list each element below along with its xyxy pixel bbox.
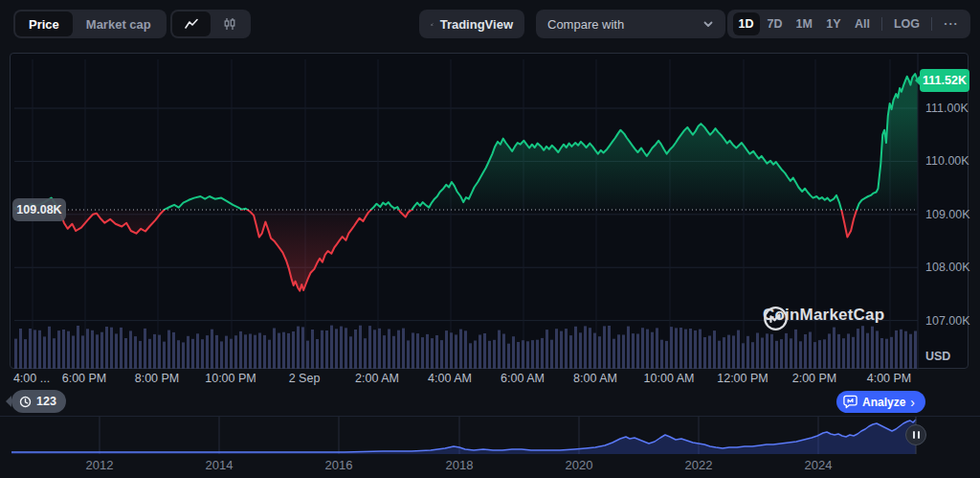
range-1d[interactable]: 1D xyxy=(733,12,760,35)
navigator-year-axis: 2012201420162018202020222024 xyxy=(0,458,980,473)
range-1m[interactable]: 1M xyxy=(791,12,818,35)
time-axis-tick: 4:00 ... xyxy=(13,372,50,385)
tradingview-button[interactable]: TradingView xyxy=(419,10,524,38)
price-axis-tick: 111.00K xyxy=(925,102,969,115)
time-axis-tick: 6:00 AM xyxy=(501,372,545,385)
time-axis-tick: 4:00 PM xyxy=(867,372,912,385)
more-options-button[interactable]: ··· xyxy=(938,12,965,35)
price-axis-tick: 110.00K xyxy=(925,154,969,168)
tradingview-label: TradingView xyxy=(440,17,513,32)
log-scale-toggle[interactable]: LOG xyxy=(888,12,925,35)
line-chart-type-button[interactable] xyxy=(172,11,211,36)
history-clock-icon xyxy=(19,396,32,408)
navigator-year-label: 2018 xyxy=(446,458,474,472)
range-selector-group: 1D 7D 1M 1Y All LOG ··· xyxy=(727,10,970,38)
time-axis: 4:00 ...6:00 PM8:00 PM10:00 PM2 Sep2:00 … xyxy=(10,372,969,389)
navigator-year-label: 2024 xyxy=(805,458,833,472)
navigator-year-label: 2022 xyxy=(685,458,713,472)
line-chart-icon xyxy=(185,18,198,30)
price-axis-tick: 109.00K xyxy=(925,208,969,221)
range-7d[interactable]: 7D xyxy=(762,12,789,35)
price-axis-currency: USD xyxy=(925,350,969,363)
history-events-badge[interactable]: 123 xyxy=(11,390,66,413)
time-axis-tick: 8:00 PM xyxy=(135,372,180,385)
navigator-year-label: 2014 xyxy=(206,458,234,472)
time-axis-tick: 4:00 AM xyxy=(428,372,472,385)
price-axis-tick: 108.00K xyxy=(925,261,969,274)
divider xyxy=(881,17,882,31)
analyze-chevron-icon: › xyxy=(910,396,915,409)
price-axis-tick: 107.00K xyxy=(925,314,969,328)
time-axis-tick: 2:00 PM xyxy=(792,372,837,385)
time-axis-tick: 2:00 AM xyxy=(355,372,399,385)
range-1y[interactable]: 1Y xyxy=(820,12,847,35)
navigator-year-label: 2020 xyxy=(566,458,593,472)
current-price-badge: 111.52K xyxy=(920,69,969,92)
coinmarketcap-watermark: CoinMarketCap xyxy=(763,306,884,325)
history-count: 123 xyxy=(36,395,56,408)
tradingview-icon xyxy=(431,18,434,31)
analyze-button[interactable]: Analyze › xyxy=(836,391,925,413)
navigator-year-label: 2016 xyxy=(325,458,353,472)
navigator-year-label: 2012 xyxy=(86,458,114,472)
candlestick-icon xyxy=(223,17,236,31)
range-all[interactable]: All xyxy=(849,12,876,35)
navigator-range-handle[interactable] xyxy=(905,424,926,445)
candlestick-chart-type-button[interactable] xyxy=(211,11,249,36)
analyze-label: Analyze xyxy=(862,396,905,409)
history-navigator[interactable] xyxy=(0,416,980,456)
analyze-chat-icon xyxy=(843,395,858,409)
time-axis-tick: 12:00 PM xyxy=(717,372,768,385)
compare-with-dropdown[interactable]: Compare with xyxy=(536,10,725,38)
time-axis-tick: 6:00 PM xyxy=(62,372,107,385)
time-axis-tick: 10:00 PM xyxy=(205,372,256,385)
time-axis-tick: 8:00 AM xyxy=(573,372,617,385)
time-axis-tick: 2 Sep xyxy=(289,372,321,385)
chart-type-toggle-group xyxy=(170,10,251,38)
tab-price[interactable]: Price xyxy=(15,11,73,36)
tab-market-cap[interactable]: Market cap xyxy=(73,11,165,36)
time-axis-tick: 10:00 AM xyxy=(644,372,695,385)
metric-toggle-group: Price Market cap xyxy=(13,10,167,38)
divider xyxy=(931,17,932,31)
price-chart-panel[interactable]: 111.00K110.00K109.00K108.00K107.00KUSD 1… xyxy=(10,53,969,369)
baseline-price-label: 109.08K xyxy=(12,198,66,221)
coinmarketcap-price-chart-page: { "toolbar": { "metric_tabs": [ {"label"… xyxy=(0,0,980,478)
coinmarketcap-logo-icon xyxy=(763,306,789,331)
chevron-down-icon xyxy=(702,18,714,30)
compare-with-label: Compare with xyxy=(547,17,624,32)
